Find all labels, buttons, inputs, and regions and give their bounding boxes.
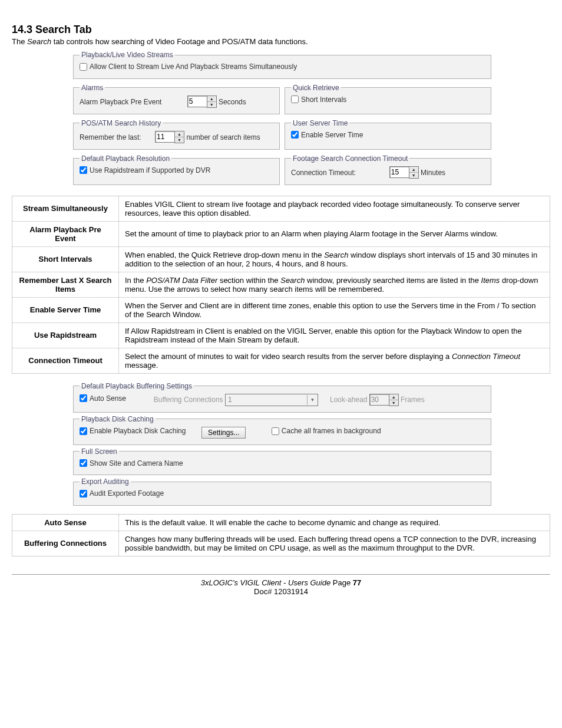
table-row: Stream SimultaneouslyEnables VIGIL Clien… [12, 196, 550, 221]
group-export-auditing: Export Auditing Audit Exported Footage [73, 477, 491, 506]
definition-term: Auto Sense [12, 514, 119, 531]
short-intervals-checkbox[interactable]: Short Intervals [291, 95, 346, 104]
table-row: Buffering ConnectionsChanges how many bu… [12, 531, 550, 556]
definition-desc: Enables VIGIL Client to stream live foot… [119, 196, 550, 221]
definition-term: Buffering Connections [12, 531, 119, 556]
checkbox-icon[interactable] [80, 166, 87, 174]
definitions-table-1: Stream SimultaneouslyEnables VIGIL Clien… [12, 196, 550, 374]
checkbox-icon[interactable] [291, 131, 299, 139]
checkbox-icon[interactable] [80, 427, 87, 435]
section-heading: 14.3 Search Tab [12, 24, 550, 36]
group-buffering-settings: Default Playback Buffering Settings Auto… [73, 382, 491, 413]
enable-disk-caching-checkbox[interactable]: Enable Playback Disk Caching [80, 427, 186, 435]
checkbox-icon[interactable] [80, 63, 87, 71]
definition-desc: In the POS/ATM Data Filter section withi… [119, 272, 550, 297]
table-row: Enable Server TimeWhen the Server and Cl… [12, 297, 550, 322]
definition-desc: Select the amount of minutes to wait for… [119, 348, 550, 373]
table-row: Alarm Playback Pre EventSet the amount o… [12, 221, 550, 246]
checkbox-icon[interactable] [291, 95, 299, 103]
checkbox-icon[interactable] [80, 394, 87, 402]
definition-term: Remember Last X Search Items [12, 272, 119, 297]
table-row: Auto SenseThis is the default value. It … [12, 514, 550, 531]
definition-desc: If Allow Rapidstream in Client is enable… [119, 322, 550, 348]
definition-desc: Set the amount of time to playback prior… [119, 221, 550, 246]
chevron-down-icon: ▼ [175, 137, 184, 143]
group-default-playback-resolution: Default Playback Resolution Use Rapidstr… [73, 154, 280, 185]
page-footer: 3xLOGIC's VIGIL Client - Users Guide Pag… [12, 574, 550, 596]
definition-desc: This is the default value. It will enabl… [119, 514, 550, 531]
alarm-pre-event-spinner[interactable]: ▲▼ [187, 95, 217, 108]
group-connection-timeout: Footage Search Connection Timeout Connec… [285, 154, 491, 185]
chevron-up-icon: ▲ [207, 96, 216, 102]
cache-all-frames-checkbox[interactable]: Cache all frames in background [272, 427, 381, 435]
buffering-connections-select: 1▼ [225, 394, 318, 406]
definition-term: Use Rapidstream [12, 322, 119, 348]
definition-desc: Changes how many buffering threads will … [119, 531, 550, 556]
use-rapidstream-checkbox[interactable]: Use Rapidstream if Supported by DVR [80, 166, 210, 174]
chevron-down-icon: ▼ [307, 395, 318, 405]
look-ahead-spinner: ▲▼ [369, 394, 399, 406]
search-tab-panel-2: Default Playback Buffering Settings Auto… [73, 382, 491, 506]
chevron-up-icon: ▲ [409, 167, 418, 173]
settings-button[interactable]: Settings... [201, 427, 246, 439]
chevron-down-icon: ▼ [409, 173, 418, 178]
section-subtitle: The Search tab controls how searching of… [12, 37, 550, 46]
show-site-camera-checkbox[interactable]: Show Site and Camera Name [80, 459, 183, 467]
group-quick-retrieve: Quick Retrieve Short Intervals [285, 84, 491, 114]
group-user-server-time: User Server Time Enable Server Time [285, 119, 491, 150]
table-row: Connection TimeoutSelect the amount of m… [12, 348, 550, 373]
definition-term: Connection Timeout [12, 348, 119, 373]
definition-desc: When the Server and Client are in differ… [119, 297, 550, 322]
audit-exported-footage-checkbox[interactable]: Audit Exported Footage [80, 489, 164, 498]
connection-timeout-spinner[interactable]: ▲▼ [389, 166, 419, 179]
group-playback-disk-caching: Playback Disk Caching Enable Playback Di… [73, 415, 491, 445]
group-full-screen: Full Screen Show Site and Camera Name [73, 447, 491, 476]
checkbox-icon[interactable] [80, 490, 87, 498]
auto-sense-checkbox[interactable]: Auto Sense [80, 394, 126, 403]
group-pos-atm-history: POS/ATM Search History Remember the last… [73, 119, 280, 150]
remember-last-spinner[interactable]: ▲▼ [155, 131, 184, 143]
checkbox-icon[interactable] [272, 427, 279, 435]
definition-desc: When enabled, the Quick Retrieve drop-do… [119, 246, 550, 272]
table-row: Use RapidstreamIf Allow Rapidstream in C… [12, 322, 550, 348]
stream-simultaneously-checkbox[interactable]: Allow Client to Stream Live And Playback… [80, 62, 297, 71]
search-tab-panel-1: Playback/Live Video Streams Allow Client… [73, 51, 491, 187]
definition-term: Alarm Playback Pre Event [12, 221, 119, 246]
group-alarms: Alarms Alarm Playback Pre Event ▲▼ Secon… [73, 84, 280, 114]
chevron-down-icon: ▼ [389, 400, 398, 406]
chevron-up-icon: ▲ [389, 394, 398, 400]
definition-term: Enable Server Time [12, 297, 119, 322]
chevron-up-icon: ▲ [175, 131, 184, 137]
table-row: Remember Last X Search ItemsIn the POS/A… [12, 272, 550, 297]
definition-term: Short Intervals [12, 246, 119, 272]
enable-server-time-checkbox[interactable]: Enable Server Time [291, 131, 363, 139]
definition-term: Stream Simultaneously [12, 196, 119, 221]
chevron-down-icon: ▼ [207, 102, 216, 107]
definitions-table-2: Auto SenseThis is the default value. It … [12, 514, 550, 556]
group-playback-live: Playback/Live Video Streams Allow Client… [73, 51, 491, 79]
table-row: Short IntervalsWhen enabled, the Quick R… [12, 246, 550, 272]
checkbox-icon[interactable] [80, 459, 87, 467]
